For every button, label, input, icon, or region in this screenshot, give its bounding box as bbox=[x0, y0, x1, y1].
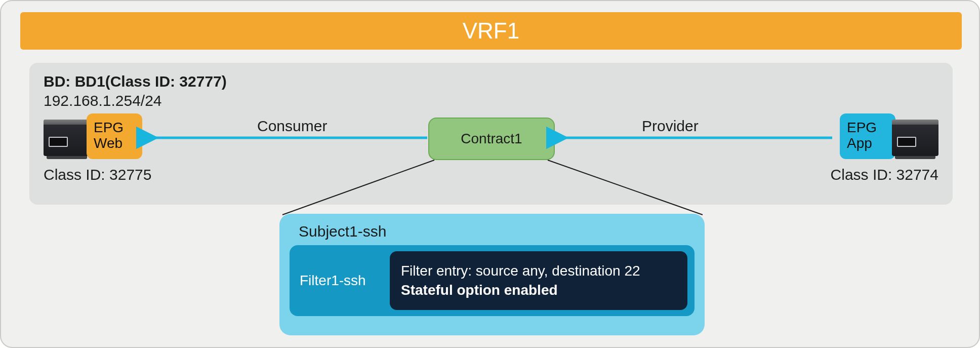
vrf-title: VRF1 bbox=[463, 18, 519, 43]
subject-panel: Subject1-ssh Filter1-ssh Filter entry: s… bbox=[279, 214, 705, 335]
epg-app-label: EPG App bbox=[840, 113, 895, 159]
provider-label: Provider bbox=[642, 118, 699, 135]
subject-connector-right bbox=[548, 160, 703, 215]
epg-web-l2: Web bbox=[94, 135, 123, 151]
filter-row: Filter1-ssh Filter entry: source any, de… bbox=[290, 245, 695, 316]
filter-entry: Filter entry: source any, destination 22… bbox=[390, 251, 687, 310]
consumer-label: Consumer bbox=[257, 118, 327, 135]
contract-node: Contract1 bbox=[428, 118, 555, 160]
epg-app-l2: App bbox=[847, 135, 872, 151]
epg-app: EPG App bbox=[840, 113, 938, 159]
server-icon bbox=[44, 120, 90, 159]
subject-name: Subject1-ssh bbox=[299, 223, 695, 240]
filter-name: Filter1-ssh bbox=[297, 273, 381, 289]
epg-app-l1: EPG bbox=[847, 120, 877, 135]
epg-web-label: EPG Web bbox=[87, 113, 142, 159]
vrf-banner: VRF1 bbox=[20, 12, 962, 50]
subject-connector-left bbox=[282, 160, 434, 215]
epg-web-classid: Class ID: 32775 bbox=[44, 166, 151, 183]
bd-box: BD: BD1(Class ID: 32777) 192.168.1.254/2… bbox=[29, 63, 953, 205]
epg-web: EPG Web bbox=[44, 113, 142, 159]
contract-name: Contract1 bbox=[461, 131, 522, 146]
filter-entry-line1: Filter entry: source any, destination 22 bbox=[401, 263, 676, 279]
server-icon bbox=[892, 120, 938, 159]
epg-web-l1: EPG bbox=[94, 120, 124, 135]
bd-subnet: 192.168.1.254/24 bbox=[44, 92, 162, 109]
diagram-canvas: VRF1 BD: BD1(Class ID: 32777) 192.168.1.… bbox=[0, 0, 980, 348]
bd-title: BD: BD1(Class ID: 32777) bbox=[44, 73, 227, 90]
epg-app-classid: Class ID: 32774 bbox=[831, 166, 938, 183]
filter-entry-line2: Stateful option enabled bbox=[401, 282, 676, 298]
